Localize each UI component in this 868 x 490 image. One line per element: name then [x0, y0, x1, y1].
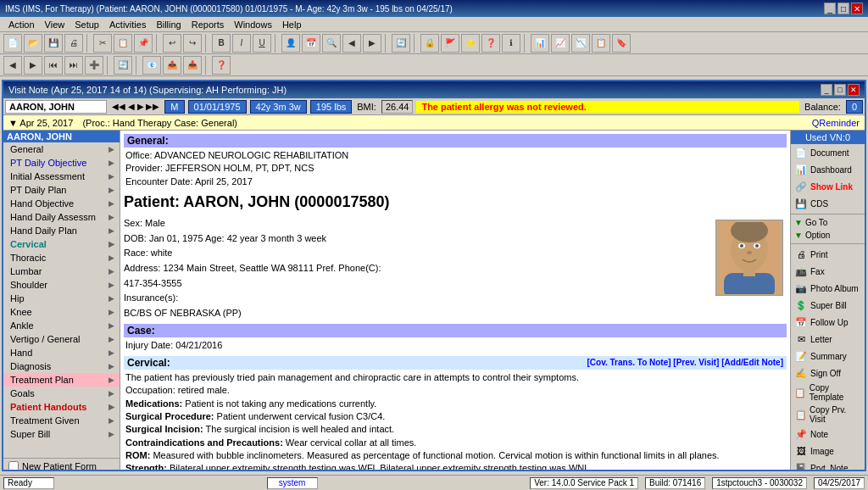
tb2-2[interactable]: ▶ — [24, 56, 42, 75]
action-cds[interactable]: 💾 CDS — [791, 195, 865, 212]
tb-extra1[interactable]: 📊 — [531, 34, 549, 53]
tb-flag[interactable]: 🚩 — [441, 34, 459, 53]
cervical-nav[interactable]: [Cov. Trans. To Note] [Prev. Visit] [Add… — [587, 358, 784, 367]
tb-underline[interactable]: U — [253, 34, 271, 53]
inner-close[interactable]: ✕ — [848, 84, 860, 96]
action-note[interactable]: 📌 Note — [791, 426, 865, 443]
action-image[interactable]: 🖼 Image — [791, 443, 865, 459]
tb-lock[interactable]: 🔒 — [420, 34, 439, 53]
sidebar-treatment-given[interactable]: Treatment Given▶ — [3, 414, 120, 427]
tb-cut[interactable]: ✂ — [93, 34, 112, 53]
menu-billing[interactable]: Billing — [151, 19, 186, 30]
tb-star[interactable]: ⭐ — [461, 34, 480, 53]
tb-print[interactable]: 🖨 — [64, 34, 83, 53]
menu-setup[interactable]: Setup — [70, 19, 104, 30]
menu-reports[interactable]: Reports — [186, 19, 230, 30]
menu-windows[interactable]: Windows — [229, 19, 277, 30]
close-button[interactable]: ✕ — [851, 3, 863, 14]
action-summary[interactable]: 📝 Summary — [791, 348, 865, 365]
tb2-10[interactable]: ❓ — [212, 56, 231, 75]
tb-help[interactable]: ❓ — [481, 34, 500, 53]
inner-minimize[interactable]: _ — [821, 84, 832, 96]
action-option[interactable]: ▼ Option — [791, 229, 865, 242]
tb-calendar[interactable]: 📅 — [302, 34, 320, 53]
sidebar-hand[interactable]: Hand▶ — [3, 346, 120, 359]
tb-save[interactable]: 💾 — [44, 34, 63, 53]
inner-maximize[interactable]: □ — [834, 84, 846, 96]
sidebar-general[interactable]: General▶ — [3, 142, 120, 156]
action-dashboard[interactable]: 📊 Dashboard — [791, 161, 865, 178]
action-goto[interactable]: ▼ Go To — [791, 216, 865, 229]
tb-bold[interactable]: B — [212, 34, 231, 53]
tb-extra4[interactable]: 📋 — [592, 34, 610, 53]
tb-undo[interactable]: ↩ — [163, 34, 181, 53]
sidebar-hand-daily-assessm[interactable]: Hand Daily Assessm▶ — [3, 210, 120, 224]
action-copy-prv-visit[interactable]: 📋 Copy Prv. Visit — [791, 404, 865, 426]
inner-titlebar-controls[interactable]: _ □ ✕ — [821, 84, 860, 96]
tb-arrow-right[interactable]: ▶ — [363, 34, 381, 53]
tb-search[interactable]: 🔍 — [322, 34, 341, 53]
action-print[interactable]: 🖨 Print — [791, 246, 865, 263]
nav-icon4[interactable]: ▶▶ — [146, 102, 159, 111]
sidebar-shoulder[interactable]: Shoulder▶ — [3, 278, 120, 292]
sidebar-lumbar[interactable]: Lumbar▶ — [3, 264, 120, 278]
tb-copy[interactable]: 📋 — [114, 34, 132, 53]
sidebar-ankle[interactable]: Ankle▶ — [3, 319, 120, 332]
tb-extra3[interactable]: 📉 — [571, 34, 590, 53]
action-prvt-note[interactable]: 📓 Prvt. Note — [791, 459, 865, 470]
action-letter[interactable]: ✉ Letter — [791, 331, 865, 348]
sidebar-knee[interactable]: Knee▶ — [3, 305, 120, 319]
sidebar-hand-daily-plan[interactable]: Hand Daily Plan▶ — [3, 224, 120, 237]
sidebar-new-patient-form[interactable]: New Patient Form — [5, 460, 118, 470]
qreminder-button[interactable]: QReminder — [812, 118, 860, 128]
action-photo-album[interactable]: 📷 Photo Album — [791, 280, 865, 297]
tb-extra2[interactable]: 📈 — [551, 34, 570, 53]
tb2-6[interactable]: 🔄 — [114, 56, 132, 75]
action-show-link[interactable]: 🔗 Show Link — [791, 178, 865, 195]
sidebar-hand-objective[interactable]: Hand Objective▶ — [3, 197, 120, 210]
action-fax[interactable]: 📠 Fax — [791, 263, 865, 280]
action-super-bill[interactable]: 💲 Super Bill — [791, 297, 865, 314]
sidebar-treatment-plan[interactable]: Treatment Plan▶ — [3, 373, 120, 387]
tb-redo[interactable]: ↪ — [183, 34, 202, 53]
sidebar-pt-daily-obj[interactable]: PT Daily Objective▶ — [3, 156, 120, 170]
tb2-1[interactable]: ◀ — [3, 56, 22, 75]
menu-activities[interactable]: Activities — [104, 19, 151, 30]
titlebar-controls[interactable]: _ □ ✕ — [824, 3, 863, 14]
tb-refresh[interactable]: 🔄 — [392, 34, 410, 53]
tb-patient[interactable]: 👤 — [281, 34, 300, 53]
tb2-3[interactable]: ⏮ — [44, 56, 63, 75]
nav-icon1[interactable]: ◀◀ — [112, 102, 125, 111]
sidebar-pt-daily-plan[interactable]: PT Daily Plan▶ — [3, 183, 120, 197]
tb-open[interactable]: 📂 — [24, 34, 42, 53]
sidebar-thoracic[interactable]: Thoracic▶ — [3, 251, 120, 264]
new-patient-form-checkbox[interactable] — [8, 461, 19, 470]
menu-action[interactable]: Action — [3, 19, 40, 30]
tb-italic[interactable]: I — [232, 34, 251, 53]
tb-paste[interactable]: 📌 — [134, 34, 153, 53]
sidebar-vertigo[interactable]: Vertigo / General▶ — [3, 332, 120, 346]
menu-help[interactable]: Help — [277, 19, 307, 30]
sidebar-hip[interactable]: Hip▶ — [3, 292, 120, 305]
sidebar-patient-handouts[interactable]: Patient Handouts▶ — [3, 400, 120, 414]
action-document[interactable]: 📄 Document — [791, 144, 865, 161]
minimize-button[interactable]: _ — [824, 3, 836, 14]
sidebar-cervical[interactable]: Cervical▶ — [3, 237, 120, 251]
tb-new[interactable]: 📄 — [3, 34, 22, 53]
menu-view[interactable]: View — [40, 19, 70, 30]
tb2-4[interactable]: ⏭ — [64, 56, 83, 75]
tb-extra5[interactable]: 🔖 — [612, 34, 631, 53]
action-follow-up[interactable]: 📅 Follow Up — [791, 314, 865, 331]
tb2-7[interactable]: 📧 — [142, 56, 161, 75]
tb2-5[interactable]: ➕ — [85, 56, 103, 75]
sidebar-goals[interactable]: Goals▶ — [3, 387, 120, 400]
action-copy-template[interactable]: 📋 Copy Template — [791, 381, 865, 404]
maximize-button[interactable]: □ — [837, 3, 849, 14]
tb-info[interactable]: ℹ — [502, 34, 520, 53]
nav-icon3[interactable]: ▶ — [137, 102, 144, 111]
sidebar-super-bill[interactable]: Super Bill▶ — [3, 427, 120, 441]
patient-name[interactable]: AARON, JOHN — [5, 100, 107, 114]
sidebar-diagnosis[interactable]: Diagnosis▶ — [3, 359, 120, 373]
tb2-9[interactable]: 📥 — [183, 56, 202, 75]
nav-icon2[interactable]: ◀ — [128, 102, 135, 111]
